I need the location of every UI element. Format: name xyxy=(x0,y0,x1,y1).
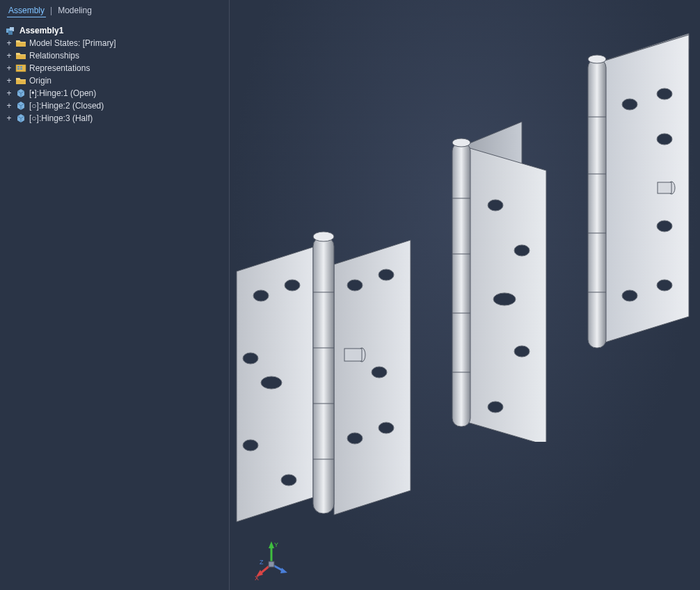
svg-point-18 xyxy=(379,422,394,433)
svg-point-31 xyxy=(488,401,503,413)
expand-icon[interactable]: + xyxy=(6,77,13,85)
tree-item-label: Relationships xyxy=(29,51,79,61)
representations-icon xyxy=(15,63,26,73)
axis-x-label: X xyxy=(255,575,259,582)
svg-point-14 xyxy=(347,280,363,291)
hinge-half[interactable] xyxy=(431,115,584,442)
svg-point-10 xyxy=(243,353,258,364)
expand-icon[interactable]: + xyxy=(6,114,13,122)
folder-icon xyxy=(15,76,26,86)
svg-rect-6 xyxy=(17,68,19,70)
svg-rect-20 xyxy=(344,349,362,361)
expand-icon[interactable]: + xyxy=(6,89,13,97)
svg-point-29 xyxy=(493,293,516,305)
folder-icon xyxy=(15,38,26,48)
svg-point-30 xyxy=(514,346,530,357)
svg-point-12 xyxy=(243,440,258,451)
svg-point-22 xyxy=(313,232,334,241)
hinge-open[interactable] xyxy=(230,223,424,543)
svg-point-9 xyxy=(285,280,300,291)
hinge-closed[interactable] xyxy=(567,28,699,362)
part-icon xyxy=(15,113,26,123)
svg-rect-5 xyxy=(20,66,22,67)
svg-point-33 xyxy=(452,138,470,147)
svg-point-28 xyxy=(514,245,530,256)
svg-point-40 xyxy=(657,134,672,145)
svg-rect-7 xyxy=(20,68,22,70)
expand-icon[interactable]: + xyxy=(6,51,13,60)
tree-root-label: Assembly1 xyxy=(19,26,63,35)
svg-rect-2 xyxy=(8,31,13,35)
svg-point-38 xyxy=(622,99,637,110)
axis-y-label: Y xyxy=(274,541,278,548)
svg-point-11 xyxy=(261,376,282,389)
tab-modeling[interactable]: Modeling xyxy=(56,6,93,17)
tree-item-label: Model States: [Primary] xyxy=(29,38,116,48)
part-icon xyxy=(15,101,26,111)
svg-point-13 xyxy=(281,475,296,486)
tree-root[interactable]: Assembly1 xyxy=(4,24,225,37)
tree-item-label: [○]:Hinge:3 (Half) xyxy=(29,113,93,123)
svg-rect-21 xyxy=(313,237,334,513)
svg-point-15 xyxy=(379,269,394,280)
svg-point-43 xyxy=(657,280,672,291)
tree-item-hinge-1[interactable]: + [•]:Hinge:1 (Open) xyxy=(4,87,225,99)
tree-item-representations[interactable]: + Representations xyxy=(4,62,225,74)
svg-point-16 xyxy=(372,367,387,378)
axis-z-label: Z xyxy=(260,559,264,566)
svg-point-27 xyxy=(488,200,503,211)
model-browser-panel: Assembly | Modeling Assembly1 + xyxy=(0,0,230,590)
tree-item-model-states[interactable]: + Model States: [Primary] xyxy=(4,37,225,49)
svg-rect-32 xyxy=(452,143,470,426)
svg-point-47 xyxy=(588,55,606,63)
tab-assembly[interactable]: Assembly xyxy=(7,6,46,17)
svg-rect-58 xyxy=(269,561,274,567)
svg-rect-4 xyxy=(17,66,19,67)
tree-item-hinge-3[interactable]: + [○]:Hinge:3 (Half) xyxy=(4,112,225,125)
svg-point-39 xyxy=(657,88,672,99)
folder-icon xyxy=(15,51,26,61)
expand-icon[interactable]: + xyxy=(6,102,13,110)
tree-item-label: [○]:Hinge:2 (Closed) xyxy=(29,101,104,111)
svg-rect-45 xyxy=(658,182,671,193)
part-icon xyxy=(15,88,26,98)
browser-tabs: Assembly | Modeling xyxy=(0,3,229,20)
svg-point-41 xyxy=(657,221,672,232)
tree-item-hinge-2[interactable]: + [○]:Hinge:2 (Closed) xyxy=(4,99,225,112)
orientation-triad[interactable]: Y X Z xyxy=(250,540,292,582)
svg-rect-46 xyxy=(588,59,606,348)
app-root: Assembly | Modeling Assembly1 + xyxy=(0,0,700,590)
tree-item-label: Representations xyxy=(29,63,90,73)
svg-point-42 xyxy=(622,290,637,301)
svg-marker-57 xyxy=(280,568,287,573)
expand-icon[interactable]: + xyxy=(6,39,13,47)
expand-icon[interactable]: + xyxy=(6,64,13,72)
model-tree: Assembly1 + Model States: [Primary] + Re… xyxy=(0,20,229,129)
tree-item-origin[interactable]: + Origin xyxy=(4,74,225,87)
viewport-3d[interactable]: Y X Z xyxy=(230,0,700,590)
tab-separator: | xyxy=(50,6,52,17)
tree-item-label: Origin xyxy=(29,76,51,86)
tree-item-relationships[interactable]: + Relationships xyxy=(4,49,225,62)
svg-point-17 xyxy=(347,433,363,444)
svg-point-8 xyxy=(253,290,269,301)
assembly-icon xyxy=(6,26,17,35)
svg-marker-53 xyxy=(269,541,274,548)
tree-item-label: [•]:Hinge:1 (Open) xyxy=(29,88,96,98)
